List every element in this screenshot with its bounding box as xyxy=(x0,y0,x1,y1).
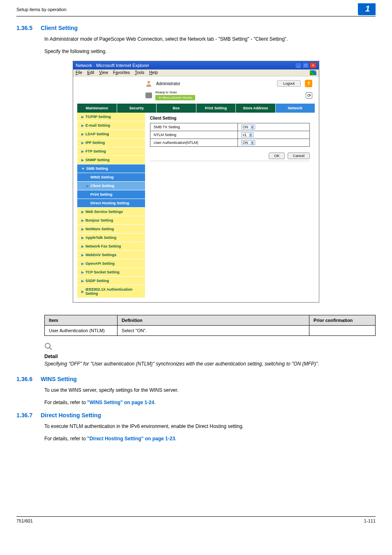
window-controls: _ □ × xyxy=(295,62,316,68)
arrow-icon: ▶ xyxy=(81,150,84,153)
heading-wins-setting: 1.36.6 WINS Setting xyxy=(16,376,376,382)
settings-table: SMB TX Setting ON▾ NTLM Setting v1▾ User… xyxy=(150,123,310,147)
arrow-icon: ▶ xyxy=(86,176,89,179)
menu-help[interactable]: Help xyxy=(149,70,158,75)
maximize-icon[interactable]: □ xyxy=(302,62,309,68)
arrow-icon: ▶ xyxy=(81,132,84,136)
tab-store[interactable]: Store Address xyxy=(236,104,275,113)
sidebar-item-ldap[interactable]: ▶LDAP Setting xyxy=(77,130,145,139)
sidebar-item-smb[interactable]: ▼SMB Setting xyxy=(77,164,145,173)
th-prior: Prior confirmation xyxy=(309,315,376,326)
tab-security[interactable]: Security xyxy=(117,104,157,113)
arrow-icon: ▶ xyxy=(86,184,89,188)
status-row: Ready to Scan In Menu (Admin Mode) ⟳ xyxy=(73,89,319,104)
window-title: Network - Microsoft Internet Explorer xyxy=(76,63,149,68)
row-value: v1▾ xyxy=(238,131,310,139)
sidebar-item-print-setting[interactable]: ▶Print Setting xyxy=(77,190,145,199)
chevron-down-icon: ▾ xyxy=(251,125,254,129)
definition-table: Item Definition Prior confirmation User … xyxy=(44,315,376,336)
sidebar-item-wins[interactable]: ▶WINS Setting xyxy=(77,173,145,182)
sidebar-item-client[interactable]: ▶Client Setting xyxy=(77,182,145,190)
menu-favorites[interactable]: Favorites xyxy=(113,70,130,75)
menu-view[interactable]: View xyxy=(99,70,108,75)
td-definition: Select "ON". xyxy=(118,326,309,336)
row-label: SMB TX Setting xyxy=(150,123,238,131)
th-definition: Definition xyxy=(118,315,309,326)
tab-network[interactable]: Network xyxy=(276,104,315,113)
arrow-icon: ▶ xyxy=(81,158,84,162)
refresh-icon[interactable]: ⟳ xyxy=(306,92,312,99)
footer-left: 751/601 xyxy=(16,518,33,523)
chapter-number: 1 xyxy=(358,3,376,15)
section-title: Direct Hosting Setting xyxy=(41,412,101,419)
sidebar-item-bonjour[interactable]: ▶Bonjour Setting xyxy=(77,216,145,225)
heading-client-setting: 1.36.5 Client Setting xyxy=(16,25,376,31)
sidebar-item-ssdp[interactable]: ▶SSDP Setting xyxy=(77,277,145,285)
logout-button[interactable]: Logout xyxy=(277,80,301,87)
sidebar-item-web-service[interactable]: ▶Web Service Settings xyxy=(77,208,145,216)
content-title: Client Setting xyxy=(150,116,310,120)
app-header: Administrator Logout ? xyxy=(73,76,319,89)
ready-status: Ready to Scan xyxy=(155,90,195,94)
content-area: Client Setting SMB TX Setting ON▾ NTLM S… xyxy=(145,113,315,298)
sidebar-item-ftp[interactable]: ▶FTP Setting xyxy=(77,147,145,156)
minimize-icon[interactable]: _ xyxy=(295,62,302,68)
browser-menubar: File Edit View Favorites Tools Help xyxy=(73,69,319,76)
svg-point-0 xyxy=(148,81,150,83)
page-header: Setup items by operation 1 xyxy=(16,0,376,16)
detail-note: Detail Specifying "OFF" for "User authen… xyxy=(44,342,376,368)
sidebar-item-direct-hosting[interactable]: ▶Direct Hosting Setting xyxy=(77,199,145,208)
printer-icon xyxy=(145,92,152,98)
arrow-icon: ▶ xyxy=(81,141,84,145)
row-label: NTLM Setting xyxy=(150,131,238,139)
link-wins[interactable]: "WINS Setting" on page 1-24 xyxy=(87,400,154,405)
row-label: User Authentication(NTLM) xyxy=(150,139,238,147)
tab-box[interactable]: Box xyxy=(157,104,196,113)
arrow-icon: ▶ xyxy=(81,279,84,283)
svg-line-2 xyxy=(49,347,52,350)
smb-tx-select[interactable]: ON▾ xyxy=(241,125,255,130)
section-number: 1.36.7 xyxy=(16,412,32,419)
sidebar: ▶TCP/IP Setting ▶E-mail Setting ▶LDAP Se… xyxy=(77,113,145,298)
section-number: 1.36.6 xyxy=(16,376,32,382)
paragraph: To use the WINS server, specify settings… xyxy=(44,386,376,394)
sidebar-item-webdav[interactable]: ▶WebDAV Settings xyxy=(77,251,145,259)
arrow-icon: ▶ xyxy=(81,271,84,274)
arrow-icon: ▶ xyxy=(86,193,89,197)
sidebar-item-tcpsocket[interactable]: ▶TCP Socket Setting xyxy=(77,268,145,277)
detail-label: Detail xyxy=(44,354,376,359)
ok-button[interactable]: OK xyxy=(269,153,285,159)
link-direct-hosting[interactable]: "Direct Hosting Setting" on page 1-23 xyxy=(87,436,175,442)
row-value: ON▾ xyxy=(238,139,310,147)
chevron-down-icon: ▾ xyxy=(249,133,252,137)
tab-maintenance[interactable]: Maintenance xyxy=(77,104,117,113)
magnify-icon xyxy=(44,342,376,353)
cancel-button[interactable]: Cancel xyxy=(288,153,310,159)
menu-file[interactable]: File xyxy=(76,70,82,75)
paragraph: Specify the following setting. xyxy=(44,48,376,55)
sidebar-item-ieee[interactable]: ▶IEEE802.1X Authentication Setting xyxy=(77,285,145,298)
user-icon xyxy=(145,80,152,87)
section-number: 1.36.5 xyxy=(16,25,32,31)
sidebar-item-email[interactable]: ▶E-mail Setting xyxy=(77,121,145,130)
sidebar-item-netware[interactable]: ▶NetWare Setting xyxy=(77,225,145,234)
admin-label: Administrator xyxy=(156,81,180,86)
sidebar-item-appletalk[interactable]: ▶AppleTalk Setting xyxy=(77,234,145,242)
page-footer: 751/601 1-111 xyxy=(16,516,376,523)
sidebar-item-openapi[interactable]: ▶OpenAPI Setting xyxy=(77,259,145,268)
browser-screenshot: Network - Microsoft Internet Explorer _ … xyxy=(73,61,319,303)
tabs: Maintenance Security Box Print Setting S… xyxy=(73,104,319,113)
user-auth-select[interactable]: ON▾ xyxy=(241,140,255,145)
help-icon[interactable]: ? xyxy=(305,80,312,87)
close-icon[interactable]: × xyxy=(310,62,316,68)
ntlm-select[interactable]: v1▾ xyxy=(241,132,254,137)
arrow-icon: ▶ xyxy=(81,210,84,214)
sidebar-item-netfax[interactable]: ▶Network Fax Setting xyxy=(77,242,145,251)
menu-tools[interactable]: Tools xyxy=(135,70,144,75)
sidebar-item-ipp[interactable]: ▶IPP Setting xyxy=(77,139,145,147)
menu-edit[interactable]: Edit xyxy=(87,70,94,75)
sidebar-item-snmp[interactable]: ▶SNMP Setting xyxy=(77,156,145,164)
arrow-icon: ▶ xyxy=(81,227,84,231)
tab-print[interactable]: Print Setting xyxy=(196,104,236,113)
sidebar-item-tcpip[interactable]: ▶TCP/IP Setting xyxy=(77,113,145,121)
